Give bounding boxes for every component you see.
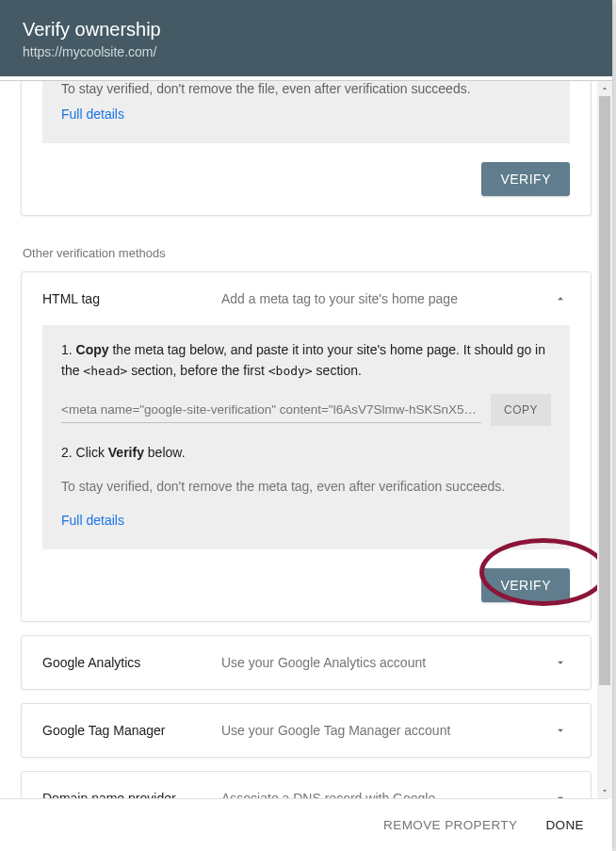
- scrollbar-down-icon[interactable]: [597, 783, 612, 798]
- verify-button[interactable]: VERIFY: [481, 162, 570, 196]
- method-desc: Associate a DNS record with Google: [221, 791, 551, 798]
- panel-title: Verify ownership: [23, 19, 590, 41]
- method-desc: Use your Google Tag Manager account: [221, 723, 551, 738]
- method-name: Google Tag Manager: [42, 723, 221, 738]
- chevron-down-icon: [551, 724, 570, 737]
- method-head-google-analytics[interactable]: Google Analytics Use your Google Analyti…: [22, 636, 591, 689]
- done-button[interactable]: DONE: [545, 818, 584, 832]
- method-name: Google Analytics: [42, 655, 221, 670]
- remove-property-button[interactable]: REMOVE PROPERTY: [383, 818, 517, 832]
- panel-footer: REMOVE PROPERTY DONE: [0, 798, 608, 851]
- method-head-domain-name-provider[interactable]: Domain name provider Associate a DNS rec…: [22, 772, 591, 798]
- chevron-down-icon: [551, 792, 570, 798]
- html-file-card-bottom: To stay verified, don't remove the file,…: [21, 81, 592, 216]
- method-head-google-tag-manager[interactable]: Google Tag Manager Use your Google Tag M…: [22, 704, 591, 757]
- method-desc: Use your Google Analytics account: [221, 655, 551, 670]
- scrollbar-thumb[interactable]: [599, 96, 610, 685]
- stay-verified-note: To stay verified, don't remove the file,…: [61, 81, 551, 106]
- scrollbar[interactable]: [597, 81, 612, 798]
- method-card-google-tag-manager: Google Tag Manager Use your Google Tag M…: [21, 703, 592, 758]
- panel-url: https://mycoolsite.com/: [23, 44, 590, 59]
- panel-header: Verify ownership https://mycoolsite.com/: [0, 0, 612, 76]
- full-details-link-meta[interactable]: Full details: [61, 513, 124, 528]
- method-head-html-tag[interactable]: HTML tag Add a meta tag to your site's h…: [22, 272, 591, 325]
- method-desc: Add a meta tag to your site's home page: [221, 291, 551, 306]
- other-methods-label: Other verification methods: [23, 246, 592, 260]
- verify-button-html-tag[interactable]: VERIFY: [481, 568, 570, 602]
- method-name: Domain name provider: [42, 791, 221, 798]
- method-card-html-tag: HTML tag Add a meta tag to your site's h…: [21, 271, 592, 622]
- chevron-down-icon: [551, 656, 570, 669]
- method-name: HTML tag: [42, 291, 221, 306]
- copy-button[interactable]: COPY: [491, 394, 551, 426]
- step-2: 2. Click Verify below.: [61, 443, 551, 464]
- chevron-up-icon: [551, 292, 570, 305]
- stay-verified-note-meta: To stay verified, don't remove the meta …: [61, 477, 551, 497]
- full-details-link[interactable]: Full details: [61, 106, 124, 122]
- method-card-google-analytics: Google Analytics Use your Google Analyti…: [21, 635, 592, 690]
- method-card-domain-name-provider: Domain name provider Associate a DNS rec…: [21, 771, 592, 798]
- scrollbar-up-icon[interactable]: [597, 81, 612, 96]
- meta-tag-input[interactable]: [61, 397, 481, 423]
- step-1: 1. Copy the meta tag below, and paste it…: [61, 340, 551, 381]
